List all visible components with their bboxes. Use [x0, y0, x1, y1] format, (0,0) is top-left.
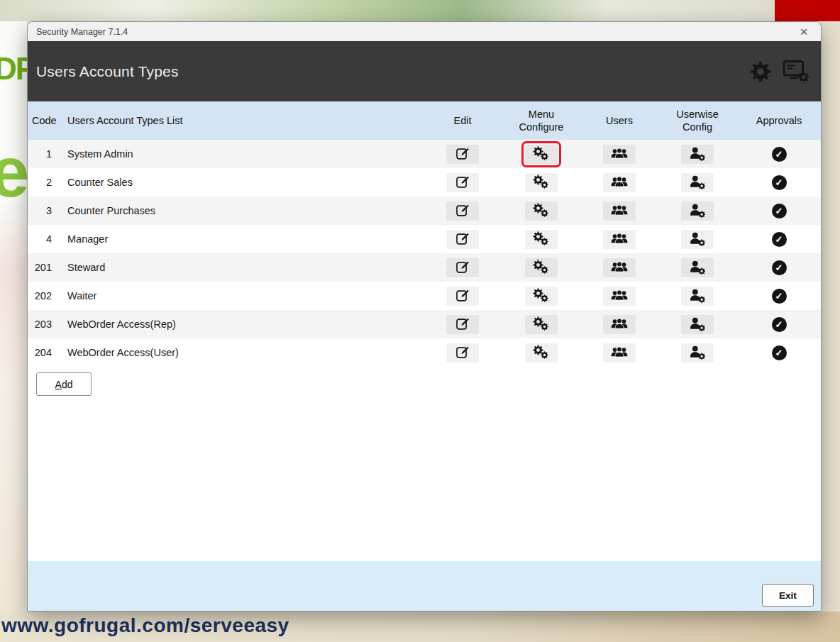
approvals-check-icon[interactable]: ✓ — [772, 317, 787, 332]
userwise-config-icon[interactable] — [681, 230, 714, 249]
menu-configure-icon[interactable] — [525, 287, 558, 306]
edit-button[interactable] — [424, 225, 502, 253]
approvals-button[interactable]: ✓ — [737, 253, 821, 282]
userwise-config-button[interactable] — [658, 168, 737, 197]
approvals-check-icon[interactable]: ✓ — [772, 232, 787, 247]
userwise-config-button[interactable] — [658, 253, 737, 282]
window-title: Security Manager 7.1.4 — [36, 27, 794, 37]
menu-configure-icon[interactable] — [525, 201, 558, 221]
column-header-users: Users — [581, 111, 658, 130]
menu-configure-button[interactable] — [502, 225, 581, 253]
menu-configure-button[interactable] — [502, 338, 581, 367]
users-icon[interactable] — [603, 315, 636, 334]
users-icon[interactable] — [603, 230, 636, 249]
users-icon[interactable] — [603, 201, 636, 221]
row-code: 3 — [28, 197, 63, 225]
approvals-button[interactable]: ✓ — [737, 282, 821, 310]
userwise-config-icon[interactable] — [681, 343, 714, 362]
userwise-config-icon[interactable] — [681, 201, 714, 221]
approvals-check-icon[interactable]: ✓ — [772, 147, 787, 162]
menu-configure-button[interactable] — [502, 253, 581, 282]
users-button[interactable] — [581, 253, 658, 282]
edit-button[interactable] — [424, 168, 502, 197]
userwise-config-icon[interactable] — [681, 173, 714, 192]
menu-configure-icon[interactable] — [525, 343, 558, 362]
approvals-check-icon[interactable]: ✓ — [772, 260, 787, 275]
users-icon[interactable] — [603, 343, 636, 362]
row-code: 204 — [28, 338, 63, 367]
edit-icon[interactable] — [446, 145, 479, 164]
column-header-userwise-config: Userwise Config — [658, 105, 737, 136]
edit-icon[interactable] — [446, 258, 479, 277]
userwise-config-icon[interactable] — [681, 145, 714, 164]
settings-gear-icon[interactable] — [750, 61, 771, 82]
edit-button[interactable] — [424, 282, 502, 310]
menu-configure-button[interactable] — [502, 282, 581, 310]
users-icon[interactable] — [603, 258, 636, 277]
menu-configure-icon[interactable] — [525, 258, 558, 277]
userwise-config-button[interactable] — [658, 282, 737, 310]
edit-icon[interactable] — [446, 287, 479, 306]
users-button[interactable] — [581, 197, 658, 225]
users-button[interactable] — [581, 168, 658, 197]
background-bottom-strip: www.gofrugal.com/serveeasy — [0, 611, 840, 642]
users-icon[interactable] — [603, 145, 636, 164]
approvals-check-icon[interactable]: ✓ — [772, 175, 787, 190]
edit-icon[interactable] — [446, 343, 479, 362]
approvals-check-icon[interactable]: ✓ — [772, 289, 787, 304]
edit-icon[interactable] — [446, 230, 479, 249]
approvals-button[interactable]: ✓ — [737, 225, 821, 253]
close-button[interactable]: × — [794, 24, 814, 40]
users-button[interactable] — [581, 310, 658, 338]
approvals-check-icon[interactable]: ✓ — [772, 204, 787, 218]
row-code: 201 — [28, 253, 63, 282]
device-config-icon[interactable] — [783, 60, 809, 84]
menu-configure-button[interactable] — [502, 140, 581, 168]
userwise-config-button[interactable] — [658, 140, 737, 168]
userwise-config-icon[interactable] — [681, 287, 714, 306]
menu-configure-button[interactable] — [502, 197, 581, 225]
security-manager-window: Security Manager 7.1.4 × Users Account T… — [27, 21, 822, 611]
approvals-button[interactable]: ✓ — [737, 338, 821, 367]
menu-configure-icon[interactable] — [525, 315, 558, 334]
menu-configure-icon[interactable] — [525, 145, 558, 164]
edit-button[interactable] — [424, 140, 502, 168]
users-button[interactable] — [581, 282, 658, 310]
edit-button[interactable] — [424, 338, 502, 367]
users-button[interactable] — [581, 225, 658, 253]
userwise-config-icon[interactable] — [681, 258, 714, 277]
row-name: Manager — [63, 225, 424, 253]
edit-button[interactable] — [424, 253, 502, 282]
menu-configure-button[interactable] — [502, 310, 581, 338]
approvals-button[interactable]: ✓ — [737, 310, 821, 338]
userwise-config-button[interactable] — [658, 197, 737, 225]
userwise-config-button[interactable] — [658, 310, 737, 338]
add-button[interactable]: Add — [36, 372, 92, 396]
table-row: 1 System Admin — [28, 140, 821, 168]
approvals-check-icon[interactable]: ✓ — [772, 345, 787, 360]
edit-icon[interactable] — [446, 173, 479, 192]
userwise-config-button[interactable] — [658, 338, 737, 367]
edit-icon[interactable] — [446, 201, 479, 221]
approvals-button[interactable]: ✓ — [737, 140, 821, 168]
userwise-config-icon[interactable] — [681, 315, 714, 334]
users-button[interactable] — [581, 338, 658, 367]
users-icon[interactable] — [603, 173, 636, 192]
row-code: 1 — [28, 140, 63, 168]
edit-button[interactable] — [424, 310, 502, 338]
edit-icon[interactable] — [446, 315, 479, 334]
users-button[interactable] — [581, 140, 658, 168]
menu-configure-icon[interactable] — [525, 230, 558, 249]
background-red-banner — [775, 0, 840, 21]
exit-button[interactable]: Exit — [762, 584, 814, 607]
table-row: 203 WebOrder Access(Rep) — [28, 310, 821, 338]
menu-configure-button[interactable] — [502, 168, 581, 197]
edit-button[interactable] — [424, 197, 502, 225]
approvals-button[interactable]: ✓ — [737, 168, 821, 197]
users-icon[interactable] — [603, 287, 636, 306]
menu-configure-icon[interactable] — [525, 173, 558, 192]
approvals-button[interactable]: ✓ — [737, 197, 821, 225]
row-code: 2 — [28, 168, 63, 197]
row-name: Counter Sales — [63, 168, 424, 197]
userwise-config-button[interactable] — [658, 225, 737, 253]
